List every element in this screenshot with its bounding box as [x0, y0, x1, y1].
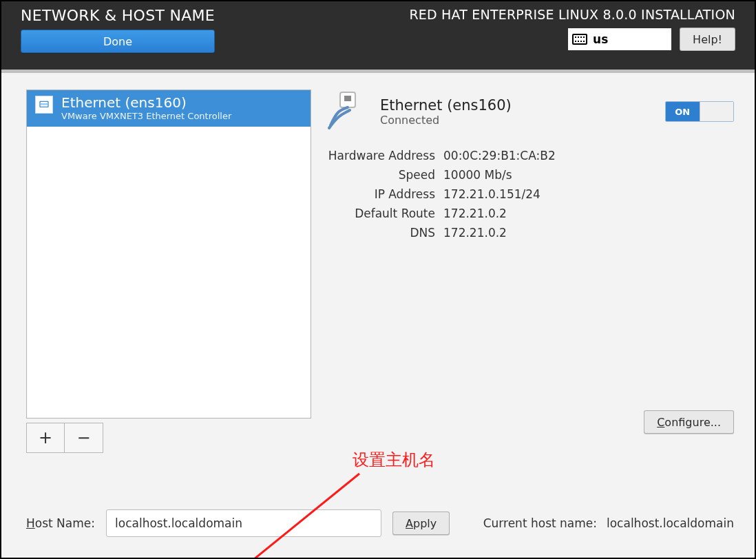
hw-address-value: 00:0C:29:B1:CA:B2: [443, 149, 556, 162]
device-item-name: Ethernet (ens160): [61, 96, 231, 109]
remove-device-button[interactable]: −: [65, 423, 103, 453]
toggle-knob: [700, 102, 734, 121]
minus-icon: −: [76, 428, 90, 447]
help-button-label: Help!: [693, 33, 722, 46]
ip-address-value: 172.21.0.151/24: [443, 187, 540, 201]
dns-label: DNS: [325, 226, 435, 240]
current-hostname-value: localhost.localdomain: [607, 516, 734, 530]
ip-address-label: IP Address: [325, 187, 435, 201]
product-title: RED HAT ENTERPRISE LINUX 8.0.0 INSTALLAT…: [409, 7, 735, 22]
toggle-on-label: ON: [666, 102, 700, 121]
add-device-button[interactable]: +: [26, 423, 65, 453]
configure-button[interactable]: Configure...: [644, 410, 734, 434]
hostname-input[interactable]: [106, 509, 381, 537]
svg-rect-2: [344, 96, 351, 101]
device-item-subtitle: VMware VMXNET3 Ethernet Controller: [61, 111, 231, 121]
detail-device-name: Ethernet (ens160): [380, 97, 512, 114]
apply-button-label: Apply: [406, 517, 437, 530]
speed-value: 10000 Mb/s: [443, 168, 512, 182]
dns-value: 172.21.0.2: [443, 226, 507, 240]
hostname-row: Host Name: Apply Current host name: loca…: [26, 509, 734, 537]
device-list-item[interactable]: Ethernet (ens160) VMware VMXNET3 Etherne…: [27, 90, 311, 127]
default-route-value: 172.21.0.2: [443, 207, 507, 220]
network-card-icon: [325, 89, 369, 134]
default-route-label: Default Route: [325, 207, 435, 220]
help-button[interactable]: Help!: [680, 28, 735, 51]
current-hostname-label: Current host name:: [483, 516, 597, 530]
device-column: Ethernet (ens160) VMware VMXNET3 Etherne…: [26, 89, 311, 453]
ethernet-icon: [35, 96, 53, 114]
apply-hostname-button[interactable]: Apply: [392, 511, 450, 535]
configure-button-label: Configure...: [657, 416, 721, 429]
keyboard-layout-button[interactable]: us: [568, 28, 671, 50]
keyboard-icon: [572, 34, 587, 45]
hw-address-label: Hardware Address: [325, 149, 435, 162]
device-details: Ethernet (ens160) Connected ON Hardware …: [325, 89, 734, 245]
page-body: Ethernet (ens160) VMware VMXNET3 Etherne…: [1, 73, 755, 558]
keyboard-layout-label: us: [593, 32, 608, 46]
done-button[interactable]: Done: [21, 30, 215, 53]
screen-title: NETWORK & HOST NAME: [21, 7, 215, 24]
header-bar: NETWORK & HOST NAME Done RED HAT ENTERPR…: [1, 1, 755, 73]
speed-label: Speed: [325, 168, 435, 182]
device-list[interactable]: Ethernet (ens160) VMware VMXNET3 Etherne…: [26, 89, 311, 419]
connection-toggle[interactable]: ON: [665, 101, 734, 122]
hostname-label: Host Name:: [26, 516, 95, 530]
plus-icon: +: [39, 428, 52, 447]
done-button-label: Done: [103, 35, 132, 48]
detail-status: Connected: [380, 114, 512, 127]
annotation-text: 设置主机名: [353, 449, 435, 471]
